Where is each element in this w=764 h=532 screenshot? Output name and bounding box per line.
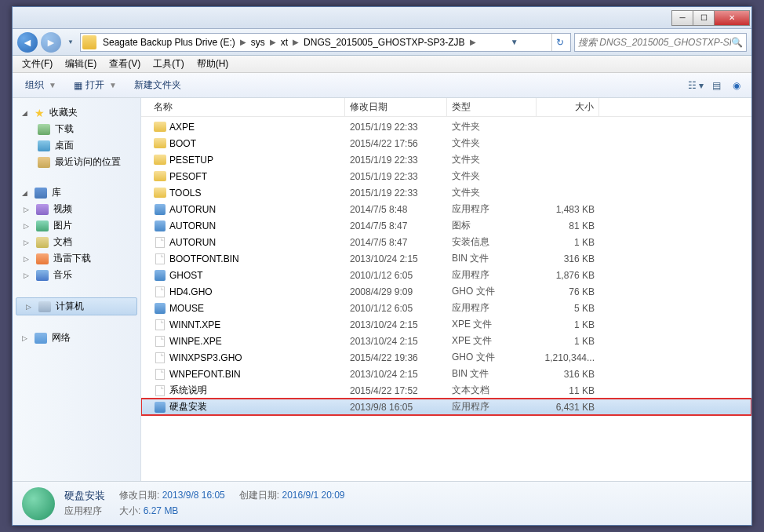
file-row[interactable]: TOOLS2015/1/19 22:33文件夹	[141, 184, 751, 201]
file-row[interactable]: PESOFT2015/1/19 22:33文件夹	[141, 168, 751, 184]
file-date: 2010/1/12 6:05	[345, 303, 447, 314]
col-type[interactable]: 类型	[447, 98, 537, 116]
file-type: BIN 文件	[447, 252, 537, 265]
close-button[interactable]: ✕	[714, 10, 750, 26]
view-options-button[interactable]: ☷ ▾	[687, 77, 704, 94]
document-icon	[36, 237, 49, 248]
search-input[interactable]	[578, 37, 731, 48]
file-row[interactable]: AUTORUN2014/7/5 8:47安装信息1 KB	[141, 234, 751, 250]
sidebar-item-music[interactable]: ▷音乐	[13, 267, 140, 283]
sidebar-item-videos[interactable]: ▷视频	[13, 201, 140, 217]
file-row[interactable]: GHOST2010/1/12 6:05应用程序1,876 KB	[141, 267, 751, 283]
file-name: HD4.GHO	[169, 286, 213, 297]
file-name: AUTORUN	[169, 220, 216, 231]
sidebar-item-pictures[interactable]: ▷图片	[13, 217, 140, 234]
file-type: 应用程序	[447, 268, 537, 282]
file-date: 2015/4/22 17:52	[345, 385, 447, 396]
file-type: 应用程序	[447, 202, 537, 216]
new-folder-button[interactable]: 新建文件夹	[128, 76, 187, 95]
search-icon[interactable]: 🔍	[731, 37, 743, 48]
sidebar-item-documents[interactable]: ▷文档	[13, 234, 140, 250]
file-date: 2008/4/29 9:09	[345, 286, 447, 297]
file-row[interactable]: PESETUP2015/1/19 22:33文件夹	[141, 151, 751, 168]
file-row[interactable]: 硬盘安装2013/9/8 16:05应用程序6,431 KB	[141, 399, 751, 415]
menu-help[interactable]: 帮助(H)	[191, 56, 235, 72]
details-pane: 硬盘安装 修改日期: 2013/9/8 16:05 创建日期: 2016/9/1…	[13, 481, 751, 525]
network-group[interactable]: ▷网络	[13, 330, 140, 346]
file-size: 1,210,344...	[537, 352, 599, 363]
help-button[interactable]: ◉	[728, 77, 745, 94]
chevron-right-icon[interactable]: ▶	[268, 38, 278, 46]
details-created: 2016/9/1 20:09	[282, 490, 344, 501]
sidebar-item-downloads[interactable]: 下载	[13, 121, 140, 137]
back-button[interactable]: ◄	[17, 32, 38, 53]
col-name[interactable]: 名称	[149, 98, 345, 116]
chevron-right-icon[interactable]: ▶	[238, 38, 248, 46]
breadcrumb-seg[interactable]: Seagate Backup Plus Drive (E:)	[100, 37, 238, 48]
app-icon	[154, 401, 166, 414]
address-dropdown[interactable]: ▼	[508, 38, 522, 46]
app-icon	[154, 269, 166, 282]
folder-icon	[154, 121, 166, 133]
file-type: XPE 文件	[447, 318, 537, 331]
computer-group[interactable]: ▷计算机	[16, 297, 137, 315]
chevron-right-icon[interactable]: ▶	[468, 38, 478, 46]
window-controls: ─ ☐ ✕	[672, 10, 750, 26]
open-button[interactable]: ▦打开▼	[67, 76, 125, 95]
breadcrumb-seg[interactable]: xt	[278, 37, 291, 48]
file-row[interactable]: WINNT.XPE2013/10/24 2:15XPE 文件1 KB	[141, 316, 751, 333]
file-row[interactable]: AXPE2015/1/19 22:33文件夹	[141, 118, 751, 135]
search-box[interactable]: 🔍	[574, 33, 747, 52]
file-date: 2013/9/8 16:05	[345, 402, 447, 413]
file-row[interactable]: BOOTFONT.BIN2013/10/24 2:15BIN 文件316 KB	[141, 250, 751, 267]
menu-tools[interactable]: 工具(T)	[147, 56, 190, 72]
file-row[interactable]: HD4.GHO2008/4/29 9:09GHO 文件76 KB	[141, 283, 751, 300]
menu-file[interactable]: 文件(F)	[16, 56, 59, 72]
file-name: WNPEFONT.BIN	[169, 369, 241, 380]
chevron-right-icon[interactable]: ▶	[291, 38, 300, 46]
address-bar[interactable]: Seagate Backup Plus Drive (E:) ▶ sys ▶ x…	[80, 33, 571, 52]
file-date: 2014/7/5 8:47	[345, 220, 447, 231]
refresh-button[interactable]: ↻	[551, 34, 569, 51]
breadcrumb-seg[interactable]: sys	[248, 37, 268, 48]
favorites-group[interactable]: ◢★收藏夹	[13, 104, 140, 121]
file-size: 6,431 KB	[537, 402, 599, 413]
minimize-button[interactable]: ─	[671, 10, 693, 26]
menu-view[interactable]: 查看(V)	[103, 56, 147, 72]
file-row[interactable]: WINXPSP3.GHO2015/4/22 19:36GHO 文件1,210,3…	[141, 349, 751, 366]
file-type: GHO 文件	[447, 351, 537, 364]
file-date: 2014/7/5 8:48	[345, 204, 447, 215]
col-size[interactable]: 大小	[537, 98, 599, 116]
folder-icon	[154, 170, 166, 183]
maximize-button[interactable]: ☐	[693, 10, 715, 26]
recent-icon	[38, 157, 50, 168]
file-row[interactable]: 系统说明2015/4/22 17:52文本文档11 KB	[141, 382, 751, 399]
file-row[interactable]: AUTORUN2014/7/5 8:47图标81 KB	[141, 217, 751, 234]
details-created-label: 创建日期:	[239, 490, 279, 501]
music-icon	[36, 270, 49, 281]
file-type: BIN 文件	[447, 367, 537, 381]
details-date-label: 修改日期:	[119, 490, 159, 501]
file-row[interactable]: WINPE.XPE2013/10/24 2:15XPE 文件1 KB	[141, 333, 751, 349]
sidebar-item-recent[interactable]: 最近访问的位置	[13, 154, 140, 170]
titlebar[interactable]: ─ ☐ ✕	[13, 7, 751, 29]
sidebar-item-thunder[interactable]: ▷迅雷下载	[13, 250, 140, 267]
file-date: 2013/10/24 2:15	[345, 319, 447, 330]
file-list[interactable]: AXPE2015/1/19 22:33文件夹BOOT2015/4/22 17:5…	[141, 117, 751, 481]
sidebar-item-desktop[interactable]: 桌面	[13, 137, 140, 154]
col-date[interactable]: 修改日期	[345, 98, 447, 116]
history-dropdown[interactable]: ▼	[64, 32, 77, 53]
preview-pane-button[interactable]: ▤	[708, 77, 725, 94]
libraries-group[interactable]: ◢库	[13, 184, 140, 201]
file-row[interactable]: MOUSE2010/1/12 6:05应用程序5 KB	[141, 300, 751, 316]
file-row[interactable]: BOOT2015/4/22 17:56文件夹	[141, 135, 751, 151]
file-type: 文本文档	[447, 384, 537, 397]
file-row[interactable]: AUTORUN2014/7/5 8:48应用程序1,483 KB	[141, 201, 751, 217]
generic-icon	[154, 236, 166, 249]
forward-button[interactable]: ►	[41, 32, 61, 53]
organize-button[interactable]: 组织▼	[19, 76, 64, 95]
file-type: 图标	[447, 219, 537, 232]
menu-edit[interactable]: 编辑(E)	[59, 56, 103, 72]
file-row[interactable]: WNPEFONT.BIN2013/10/24 2:15BIN 文件316 KB	[141, 366, 751, 382]
breadcrumb-seg[interactable]: DNGS_2015005_GHOSTXP-SP3-ZJB	[300, 37, 467, 48]
